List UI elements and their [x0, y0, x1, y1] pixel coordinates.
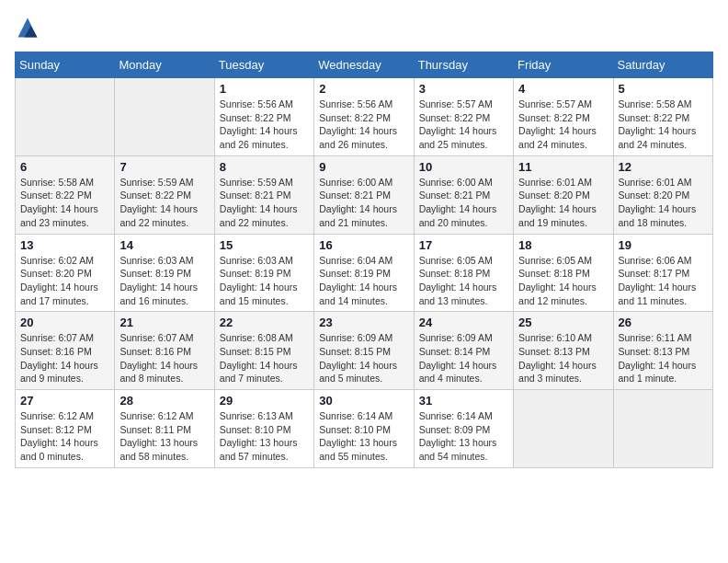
day-number: 19 [619, 238, 708, 252]
calendar-cell: 5Sunrise: 5:58 AM Sunset: 8:22 PM Daylig… [613, 78, 712, 156]
day-info: Sunrise: 6:01 AM Sunset: 8:20 PM Dayligh… [619, 176, 708, 230]
calendar-cell: 18Sunrise: 6:05 AM Sunset: 8:18 PM Dayli… [514, 234, 613, 312]
calendar-cell: 21Sunrise: 6:07 AM Sunset: 8:16 PM Dayli… [115, 312, 214, 390]
calendar-cell: 13Sunrise: 6:02 AM Sunset: 8:20 PM Dayli… [16, 234, 115, 312]
calendar-cell: 10Sunrise: 6:00 AM Sunset: 8:21 PM Dayli… [414, 155, 513, 234]
day-number: 29 [220, 394, 309, 408]
calendar-cell: 7Sunrise: 5:59 AM Sunset: 8:22 PM Daylig… [115, 155, 214, 234]
day-info: Sunrise: 6:10 AM Sunset: 8:13 PM Dayligh… [518, 331, 608, 385]
calendar-week-5: 27Sunrise: 6:12 AM Sunset: 8:12 PM Dayli… [16, 390, 713, 468]
calendar-cell: 6Sunrise: 5:58 AM Sunset: 8:22 PM Daylig… [16, 155, 115, 234]
day-info: Sunrise: 5:58 AM Sunset: 8:22 PM Dayligh… [619, 98, 708, 152]
day-number: 2 [319, 82, 408, 96]
calendar-cell: 31Sunrise: 6:14 AM Sunset: 8:09 PM Dayli… [414, 390, 513, 468]
day-info: Sunrise: 6:03 AM Sunset: 8:19 PM Dayligh… [220, 254, 309, 308]
day-info: Sunrise: 5:58 AM Sunset: 8:22 PM Dayligh… [20, 176, 109, 230]
calendar-cell: 19Sunrise: 6:06 AM Sunset: 8:17 PM Dayli… [613, 234, 712, 312]
header-tuesday: Tuesday [214, 52, 313, 78]
day-info: Sunrise: 6:05 AM Sunset: 8:18 PM Dayligh… [518, 254, 608, 308]
calendar-week-2: 6Sunrise: 5:58 AM Sunset: 8:22 PM Daylig… [16, 155, 713, 234]
calendar-cell: 25Sunrise: 6:10 AM Sunset: 8:13 PM Dayli… [514, 312, 613, 390]
day-number: 28 [119, 394, 209, 408]
header-monday: Monday [115, 52, 214, 78]
day-info: Sunrise: 6:12 AM Sunset: 8:11 PM Dayligh… [119, 409, 209, 464]
calendar-cell: 15Sunrise: 6:03 AM Sunset: 8:19 PM Dayli… [214, 234, 313, 312]
page-header [15, 15, 713, 40]
day-number: 12 [619, 160, 708, 174]
calendar-cell: 28Sunrise: 6:12 AM Sunset: 8:11 PM Dayli… [115, 390, 214, 468]
day-number: 4 [518, 82, 608, 96]
header-wednesday: Wednesday [314, 52, 414, 78]
calendar-table: SundayMondayTuesdayWednesdayThursdayFrid… [15, 52, 713, 468]
day-info: Sunrise: 5:59 AM Sunset: 8:22 PM Dayligh… [119, 176, 209, 230]
header-saturday: Saturday [613, 52, 712, 78]
calendar-cell: 16Sunrise: 6:04 AM Sunset: 8:19 PM Dayli… [314, 234, 414, 312]
day-number: 14 [119, 238, 209, 252]
day-number: 13 [20, 238, 109, 252]
calendar-cell: 27Sunrise: 6:12 AM Sunset: 8:12 PM Dayli… [16, 390, 115, 468]
day-info: Sunrise: 6:00 AM Sunset: 8:21 PM Dayligh… [319, 176, 408, 230]
calendar-cell: 24Sunrise: 6:09 AM Sunset: 8:14 PM Dayli… [414, 312, 513, 390]
calendar-cell [115, 78, 214, 156]
day-number: 16 [319, 238, 408, 252]
day-number: 18 [518, 238, 608, 252]
day-info: Sunrise: 6:00 AM Sunset: 8:21 PM Dayligh… [419, 176, 508, 230]
day-info: Sunrise: 6:12 AM Sunset: 8:12 PM Dayligh… [20, 409, 109, 464]
calendar-cell: 12Sunrise: 6:01 AM Sunset: 8:20 PM Dayli… [613, 155, 712, 234]
day-number: 31 [419, 394, 508, 408]
calendar-cell: 17Sunrise: 6:05 AM Sunset: 8:18 PM Dayli… [414, 234, 513, 312]
day-info: Sunrise: 5:56 AM Sunset: 8:22 PM Dayligh… [319, 98, 408, 152]
day-number: 30 [319, 394, 408, 408]
day-number: 10 [419, 160, 508, 174]
calendar-cell: 29Sunrise: 6:13 AM Sunset: 8:10 PM Dayli… [214, 390, 313, 468]
calendar-cell: 8Sunrise: 5:59 AM Sunset: 8:21 PM Daylig… [214, 155, 313, 234]
day-number: 1 [220, 82, 309, 96]
day-number: 27 [20, 394, 109, 408]
day-info: Sunrise: 5:59 AM Sunset: 8:21 PM Dayligh… [220, 176, 309, 230]
calendar-cell: 9Sunrise: 6:00 AM Sunset: 8:21 PM Daylig… [314, 155, 414, 234]
calendar-cell: 26Sunrise: 6:11 AM Sunset: 8:13 PM Dayli… [613, 312, 712, 390]
day-number: 23 [319, 316, 408, 329]
day-info: Sunrise: 6:14 AM Sunset: 8:10 PM Dayligh… [319, 409, 408, 464]
calendar-cell: 4Sunrise: 5:57 AM Sunset: 8:22 PM Daylig… [514, 78, 613, 156]
day-number: 11 [518, 160, 608, 174]
day-number: 25 [518, 316, 608, 329]
day-info: Sunrise: 6:01 AM Sunset: 8:20 PM Dayligh… [518, 176, 608, 230]
day-number: 20 [20, 316, 109, 329]
calendar-cell [613, 390, 712, 468]
day-info: Sunrise: 6:14 AM Sunset: 8:09 PM Dayligh… [419, 409, 508, 464]
calendar-week-4: 20Sunrise: 6:07 AM Sunset: 8:16 PM Dayli… [16, 312, 713, 390]
calendar-cell: 11Sunrise: 6:01 AM Sunset: 8:20 PM Dayli… [514, 155, 613, 234]
day-info: Sunrise: 5:57 AM Sunset: 8:22 PM Dayligh… [419, 98, 508, 152]
day-number: 5 [619, 82, 708, 96]
day-info: Sunrise: 6:04 AM Sunset: 8:19 PM Dayligh… [319, 254, 408, 308]
day-info: Sunrise: 6:08 AM Sunset: 8:15 PM Dayligh… [220, 331, 309, 385]
header-thursday: Thursday [414, 52, 513, 78]
logo-icon [15, 15, 40, 40]
calendar-cell: 22Sunrise: 6:08 AM Sunset: 8:15 PM Dayli… [214, 312, 313, 390]
day-number: 21 [119, 316, 209, 329]
day-number: 3 [419, 82, 508, 96]
header-friday: Friday [514, 52, 613, 78]
calendar-week-1: 1Sunrise: 5:56 AM Sunset: 8:22 PM Daylig… [16, 78, 713, 156]
calendar-cell: 14Sunrise: 6:03 AM Sunset: 8:19 PM Dayli… [115, 234, 214, 312]
day-number: 8 [220, 160, 309, 174]
calendar-cell: 1Sunrise: 5:56 AM Sunset: 8:22 PM Daylig… [214, 78, 313, 156]
calendar-cell: 20Sunrise: 6:07 AM Sunset: 8:16 PM Dayli… [16, 312, 115, 390]
day-info: Sunrise: 5:57 AM Sunset: 8:22 PM Dayligh… [518, 98, 608, 152]
day-info: Sunrise: 6:09 AM Sunset: 8:15 PM Dayligh… [319, 331, 408, 385]
logo [15, 15, 44, 40]
day-info: Sunrise: 6:13 AM Sunset: 8:10 PM Dayligh… [220, 409, 309, 464]
header-sunday: Sunday [16, 52, 115, 78]
calendar-cell: 23Sunrise: 6:09 AM Sunset: 8:15 PM Dayli… [314, 312, 414, 390]
day-info: Sunrise: 6:03 AM Sunset: 8:19 PM Dayligh… [119, 254, 209, 308]
calendar-header-row: SundayMondayTuesdayWednesdayThursdayFrid… [16, 52, 713, 78]
calendar-cell [16, 78, 115, 156]
calendar-cell [514, 390, 613, 468]
calendar-cell: 3Sunrise: 5:57 AM Sunset: 8:22 PM Daylig… [414, 78, 513, 156]
day-info: Sunrise: 5:56 AM Sunset: 8:22 PM Dayligh… [220, 98, 309, 152]
day-info: Sunrise: 6:02 AM Sunset: 8:20 PM Dayligh… [20, 254, 109, 308]
day-number: 7 [119, 160, 209, 174]
day-number: 17 [419, 238, 508, 252]
calendar-cell: 2Sunrise: 5:56 AM Sunset: 8:22 PM Daylig… [314, 78, 414, 156]
